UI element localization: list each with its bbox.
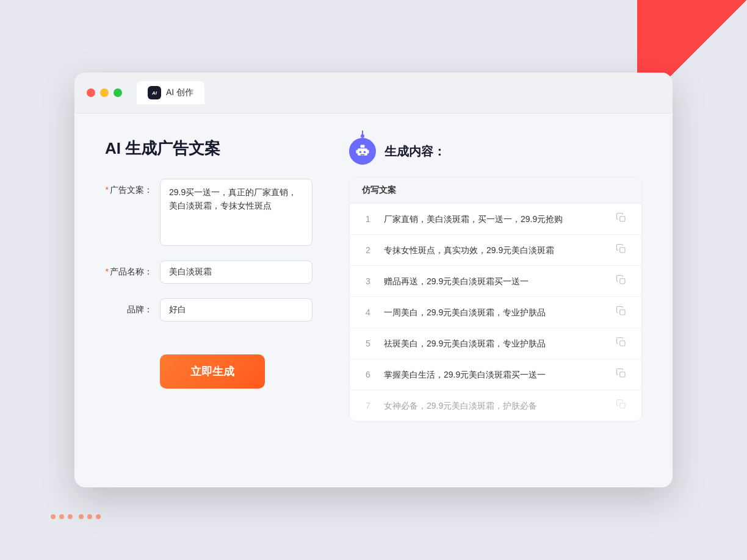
- result-rows-container: 1厂家直销，美白淡斑霜，买一送一，29.9元抢购2专抹女性斑点，真实功效，29.…: [350, 204, 641, 421]
- result-row-num: 5: [362, 339, 374, 348]
- svg-rect-14: [620, 403, 625, 408]
- svg-rect-11: [620, 310, 625, 315]
- product-name-required: *: [106, 267, 109, 276]
- result-header: 生成内容：: [349, 138, 642, 165]
- main-content: AI 生成广告文案 *广告文案： 29.9买一送一，真正的厂家直销，美白淡斑霜，…: [74, 113, 673, 479]
- copy-icon[interactable]: [616, 399, 629, 412]
- svg-point-3: [359, 151, 362, 153]
- product-name-input[interactable]: [160, 260, 312, 284]
- result-row-num: 6: [362, 370, 374, 379]
- result-row-text: 掌握美白生活，29.9元美白淡斑霜买一送一: [384, 368, 606, 381]
- svg-rect-9: [620, 248, 625, 253]
- copy-icon[interactable]: [616, 337, 629, 350]
- result-row-text: 赠品再送，29.9元美白淡斑霜买一送一: [384, 275, 606, 288]
- generate-button[interactable]: 立即生成: [160, 354, 265, 389]
- result-row-text: 专抹女性斑点，真实功效，29.9元美白淡斑霜: [384, 244, 606, 257]
- right-panel: 生成内容： 仿写文案 1厂家直销，美白淡斑霜，买一送一，29.9元抢购2专抹女性…: [349, 138, 642, 455]
- result-row-text: 厂家直销，美白淡斑霜，买一送一，29.9元抢购: [384, 213, 606, 226]
- result-row-num: 4: [362, 307, 374, 317]
- copy-icon[interactable]: [616, 368, 629, 381]
- copy-icon[interactable]: [616, 306, 629, 319]
- ad-copy-group: *广告文案： 29.9买一送一，真正的厂家直销，美白淡斑霜，专抹女性斑点: [105, 179, 312, 246]
- title-bar: AI AI 创作: [74, 73, 673, 113]
- robot-svg: [354, 143, 371, 160]
- svg-rect-1: [361, 145, 365, 148]
- result-row-num: 3: [362, 276, 374, 286]
- ad-copy-required: *: [106, 185, 109, 195]
- product-name-label: *产品名称：: [105, 260, 160, 278]
- copy-icon[interactable]: [616, 212, 629, 226]
- svg-rect-5: [361, 154, 365, 156]
- result-row-text: 祛斑美白，29.9元美白淡斑霜，专业护肤品: [384, 337, 606, 350]
- left-panel: AI 生成广告文案 *广告文案： 29.9买一送一，真正的厂家直销，美白淡斑霜，…: [105, 138, 312, 455]
- result-row: 5祛斑美白，29.9元美白淡斑霜，专业护肤品: [350, 328, 641, 359]
- svg-rect-8: [620, 217, 625, 221]
- brand-group: 品牌：: [105, 298, 312, 321]
- svg-rect-7: [367, 150, 369, 154]
- result-row-num: 1: [362, 214, 374, 224]
- svg-point-4: [364, 151, 366, 153]
- copy-icon[interactable]: [616, 275, 629, 288]
- result-table-header: 仿写文案: [350, 178, 641, 204]
- result-row-num: 2: [362, 245, 374, 255]
- brand-input[interactable]: [160, 298, 312, 321]
- browser-window: AI AI 创作 AI 生成广告文案 *广告文案： 29.9买一送一，真正的厂家…: [74, 73, 673, 487]
- robot-icon: [349, 138, 376, 165]
- result-row: 6掌握美白生活，29.9元美白淡斑霜买一送一: [350, 359, 641, 390]
- result-row: 4一周美白，29.9元美白淡斑霜，专业护肤品: [350, 297, 641, 328]
- result-row-text: 女神必备，29.9元美白淡斑霜，护肤必备: [384, 400, 606, 412]
- browser-tab[interactable]: AI AI 创作: [137, 81, 204, 104]
- brand-label: 品牌：: [105, 298, 160, 315]
- traffic-light-close[interactable]: [87, 88, 95, 97]
- result-table: 仿写文案 1厂家直销，美白淡斑霜，买一送一，29.9元抢购2专抹女性斑点，真实功…: [349, 177, 642, 422]
- traffic-light-minimize[interactable]: [100, 88, 109, 97]
- tab-label: AI 创作: [166, 87, 193, 98]
- product-name-group: *产品名称：: [105, 260, 312, 284]
- robot-antenna: [361, 134, 364, 138]
- result-row-text: 一周美白，29.9元美白淡斑霜，专业护肤品: [384, 306, 606, 319]
- ad-copy-label: *广告文案：: [105, 179, 160, 196]
- svg-rect-12: [620, 341, 625, 346]
- traffic-light-maximize[interactable]: [114, 88, 122, 97]
- ad-copy-input[interactable]: 29.9买一送一，真正的厂家直销，美白淡斑霜，专抹女性斑点: [160, 179, 312, 246]
- svg-rect-6: [356, 150, 358, 154]
- result-row-num: 7: [362, 401, 374, 411]
- svg-rect-10: [620, 279, 625, 284]
- copy-icon[interactable]: [616, 243, 629, 257]
- result-row: 7女神必备，29.9元美白淡斑霜，护肤必备: [350, 390, 641, 421]
- bg-decoration-dots: [49, 512, 103, 523]
- traffic-lights: [87, 88, 122, 97]
- tab-icon: AI: [148, 86, 161, 99]
- result-row: 2专抹女性斑点，真实功效，29.9元美白淡斑霜: [350, 235, 641, 266]
- page-title: AI 生成广告文案: [105, 138, 312, 159]
- result-title: 生成内容：: [384, 143, 446, 160]
- svg-rect-13: [620, 372, 625, 377]
- result-row: 1厂家直销，美白淡斑霜，买一送一，29.9元抢购: [350, 204, 641, 235]
- result-row: 3赠品再送，29.9元美白淡斑霜买一送一: [350, 266, 641, 297]
- tab-icon-label: AI: [152, 90, 157, 96]
